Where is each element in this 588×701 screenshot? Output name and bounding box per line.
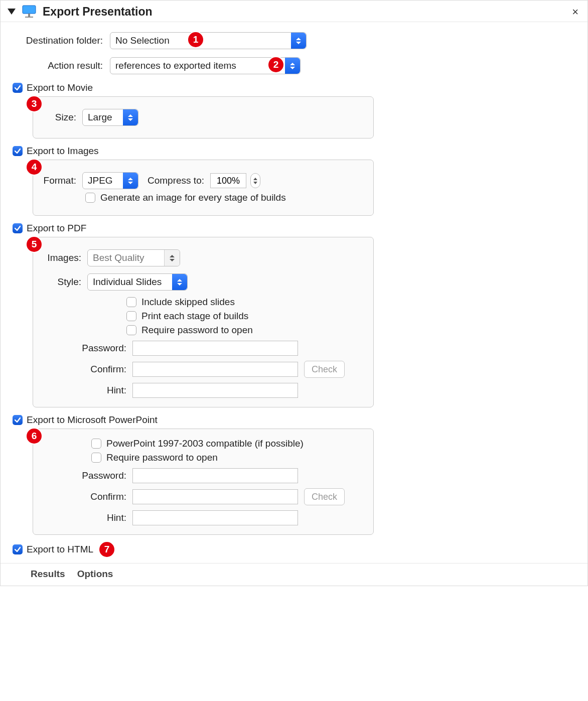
ppt-hint-input[interactable]	[132, 510, 298, 525]
movie-size-label: Size:	[41, 112, 76, 123]
movie-size-select[interactable]: Large	[82, 109, 138, 126]
export-pdf-label: Export to PDF	[27, 223, 86, 234]
ppt-reqpw-label: Require password to open	[106, 452, 218, 463]
compress-input[interactable]	[210, 173, 246, 188]
images-group: Format: JPEG Compress to: Generate an im…	[33, 160, 374, 216]
chevron-updown-icon	[126, 112, 135, 122]
generate-builds-label: Generate an image for every stage of bui…	[100, 192, 286, 203]
export-images-checkbox[interactable]	[13, 146, 23, 156]
export-ppt-label: Export to Microsoft PowerPoint	[27, 414, 158, 426]
pdf-confirm-label: Confirm:	[41, 364, 126, 375]
callout-badge-5: 5	[27, 237, 42, 252]
movie-group: Size: Large	[33, 96, 374, 138]
svg-rect-2	[25, 17, 33, 18]
pdf-hint-input[interactable]	[132, 383, 298, 398]
export-presentation-window: Export Presentation × Destination folder…	[0, 0, 588, 586]
pdf-reqpw-checkbox[interactable]	[126, 325, 136, 335]
svg-rect-1	[28, 14, 30, 17]
pdf-reqpw-label: Require password to open	[141, 325, 253, 336]
pdf-password-label: Password:	[41, 343, 126, 354]
pdf-password-input[interactable]	[132, 341, 298, 356]
ppt-hint-label: Hint:	[41, 512, 126, 523]
pdf-style-select[interactable]: Individual Slides	[87, 273, 188, 291]
callout-badge-2: 2	[268, 57, 283, 72]
callout-badge-6: 6	[27, 429, 42, 444]
ppt-password-label: Password:	[41, 470, 126, 481]
pdf-check-button[interactable]: Check	[304, 361, 345, 378]
pdf-images-select[interactable]: Best Quality	[87, 249, 180, 266]
window-title: Export Presentation	[43, 5, 153, 19]
ppt-reqpw-checkbox[interactable]	[91, 453, 101, 463]
pdf-confirm-input[interactable]	[132, 362, 298, 377]
pdf-stage-checkbox[interactable]	[126, 311, 136, 321]
destination-folder-value: No Selection	[115, 35, 170, 46]
titlebar: Export Presentation	[1, 1, 587, 22]
export-movie-label: Export to Movie	[27, 82, 93, 93]
pdf-style-value: Individual Slides	[93, 276, 162, 288]
generate-builds-checkbox[interactable]	[85, 193, 95, 203]
images-format-label: Format:	[41, 175, 76, 186]
export-html-checkbox[interactable]	[13, 544, 23, 554]
pdf-style-label: Style:	[41, 276, 81, 288]
compress-stepper[interactable]	[250, 173, 260, 188]
results-tab[interactable]: Results	[31, 569, 65, 580]
ppt-group: PowerPoint 1997-2003 compatible (if poss…	[33, 429, 374, 535]
ppt-confirm-input[interactable]	[132, 489, 298, 504]
callout-badge-7: 7	[99, 542, 114, 557]
svg-rect-0	[23, 6, 36, 14]
callout-badge-3: 3	[27, 96, 42, 111]
chevron-updown-icon	[175, 277, 184, 287]
movie-size-value: Large	[88, 112, 112, 123]
ppt-check-button[interactable]: Check	[304, 488, 345, 505]
options-tab[interactable]: Options	[77, 569, 113, 580]
chevron-updown-icon	[168, 253, 177, 263]
pdf-images-label: Images:	[41, 252, 81, 263]
pdf-hint-label: Hint:	[41, 385, 126, 396]
export-movie-checkbox[interactable]	[13, 83, 23, 93]
export-pdf-checkbox[interactable]	[13, 223, 23, 233]
export-images-label: Export to Images	[27, 146, 99, 157]
chevron-updown-icon	[126, 176, 135, 186]
pdf-stage-label: Print each stage of builds	[141, 311, 248, 322]
compress-label: Compress to:	[148, 175, 204, 186]
pdf-skipped-label: Include skipped slides	[141, 297, 235, 308]
chevron-updown-icon	[294, 36, 303, 46]
pdf-images-value: Best Quality	[93, 252, 144, 263]
callout-badge-1: 1	[188, 32, 203, 47]
action-result-value: references to exported items	[115, 60, 236, 71]
images-format-select[interactable]: JPEG	[82, 172, 138, 189]
disclosure-triangle-icon[interactable]	[8, 9, 16, 15]
export-html-label: Export to HTML	[27, 544, 93, 555]
footer-tabs: Results Options	[1, 563, 587, 581]
export-ppt-checkbox[interactable]	[13, 415, 23, 425]
keynote-app-icon	[21, 5, 38, 19]
ppt-password-input[interactable]	[132, 468, 298, 483]
destination-folder-label: Destination folder:	[13, 35, 103, 46]
ppt-compat-label: PowerPoint 1997-2003 compatible (if poss…	[106, 438, 304, 449]
pdf-group: Images: Best Quality Style: Individual S…	[33, 237, 374, 407]
callout-badge-4: 4	[27, 160, 42, 175]
close-icon[interactable]: ×	[572, 6, 578, 19]
pdf-skipped-checkbox[interactable]	[126, 297, 136, 307]
action-result-label: Action result:	[13, 60, 103, 71]
ppt-compat-checkbox[interactable]	[91, 439, 101, 449]
ppt-confirm-label: Confirm:	[41, 491, 126, 502]
destination-folder-select[interactable]: No Selection	[110, 32, 307, 49]
chevron-updown-icon	[288, 61, 297, 71]
images-format-value: JPEG	[88, 175, 113, 186]
